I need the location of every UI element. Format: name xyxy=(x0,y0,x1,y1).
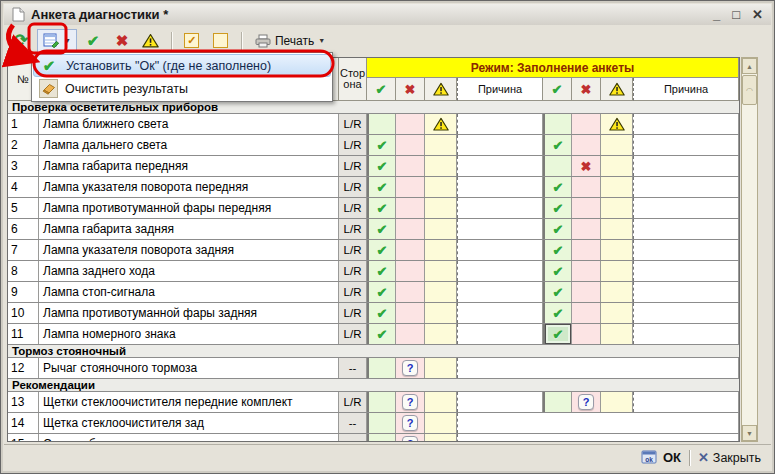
reason-cell[interactable] xyxy=(457,303,543,323)
status-cell-warn[interactable] xyxy=(425,114,457,134)
status-cell-ok[interactable]: ✔ xyxy=(367,324,396,344)
status-cell-fail[interactable] xyxy=(572,324,601,344)
status-cell-warn[interactable] xyxy=(601,156,633,176)
status-cell-ok[interactable] xyxy=(543,156,572,176)
status-cell-ok[interactable]: ✔ xyxy=(367,219,396,239)
status-cell-fail[interactable] xyxy=(396,177,425,197)
maximize-button[interactable]: □ xyxy=(732,8,740,22)
status-cell-warn[interactable] xyxy=(601,303,633,323)
status-cell-ok[interactable]: ✔ xyxy=(543,177,572,197)
reason-cell[interactable] xyxy=(633,198,739,218)
status-cell-ok[interactable]: ✔ xyxy=(543,135,572,155)
status-cell-fail[interactable] xyxy=(572,219,601,239)
status-cell-fail[interactable] xyxy=(396,156,425,176)
status-cell-warn[interactable] xyxy=(601,135,633,155)
status-cell-warn[interactable] xyxy=(601,261,633,281)
reason-cell[interactable] xyxy=(457,358,739,378)
minimize-button[interactable]: _ xyxy=(713,8,720,22)
status-cell-fail[interactable] xyxy=(396,114,425,134)
reason-cell[interactable] xyxy=(633,303,739,323)
status-cell-ok[interactable]: ✔ xyxy=(367,240,396,260)
status-cell-fail[interactable]: ? xyxy=(572,392,601,412)
status-cell-ok[interactable]: ✔ xyxy=(543,324,572,344)
status-cell-warn[interactable] xyxy=(425,434,457,442)
status-cell-fail[interactable] xyxy=(396,303,425,323)
status-cell-warn[interactable] xyxy=(601,282,633,302)
status-cell-fail[interactable] xyxy=(396,261,425,281)
status-cell-ok[interactable]: ✔ xyxy=(543,282,572,302)
status-cell-ok[interactable]: ✔ xyxy=(367,198,396,218)
status-cell-fail[interactable] xyxy=(396,324,425,344)
status-cell-warn[interactable] xyxy=(601,177,633,197)
status-cell-warn[interactable] xyxy=(425,177,457,197)
reason-cell[interactable] xyxy=(457,324,543,344)
status-cell-warn[interactable] xyxy=(425,358,457,378)
close-button[interactable]: ✕ xyxy=(752,8,763,22)
scroll-up-button[interactable]: ▲ xyxy=(742,58,757,74)
reason-cell[interactable] xyxy=(457,413,739,433)
menu-item-set-ok[interactable]: ✔ Установить "Ок" (где не заполнено) xyxy=(33,54,331,77)
reason-cell[interactable] xyxy=(457,156,543,176)
status-cell-warn[interactable] xyxy=(425,219,457,239)
reason-cell[interactable] xyxy=(633,261,739,281)
status-cell-ok[interactable] xyxy=(367,434,396,442)
status-cell-ok[interactable] xyxy=(543,392,572,412)
status-cell-ok[interactable]: ✔ xyxy=(367,156,396,176)
status-cell-warn[interactable] xyxy=(425,240,457,260)
status-cell-warn[interactable] xyxy=(601,219,633,239)
reason-cell[interactable] xyxy=(633,219,739,239)
status-cell-warn[interactable] xyxy=(425,156,457,176)
status-cell-fail[interactable] xyxy=(572,303,601,323)
close-window-button[interactable]: ✕ Закрыть xyxy=(698,450,761,465)
status-cell-warn[interactable] xyxy=(601,392,633,412)
status-cell-ok[interactable]: ✔ xyxy=(367,303,396,323)
status-cell-fail[interactable] xyxy=(396,240,425,260)
reason-cell[interactable] xyxy=(457,114,543,134)
status-cell-fail[interactable] xyxy=(396,219,425,239)
status-cell-warn[interactable] xyxy=(601,240,633,260)
status-cell-ok[interactable]: ✔ xyxy=(543,198,572,218)
reason-cell[interactable] xyxy=(457,177,543,197)
checkbox-checked-button[interactable]: ✓ xyxy=(179,29,205,53)
status-cell-warn[interactable] xyxy=(601,114,633,134)
reason-cell[interactable] xyxy=(457,240,543,260)
status-cell-warn[interactable] xyxy=(425,303,457,323)
status-cell-fail[interactable] xyxy=(396,198,425,218)
reason-cell[interactable] xyxy=(457,261,543,281)
status-cell-warn[interactable] xyxy=(425,282,457,302)
status-cell-ok[interactable]: ✔ xyxy=(543,240,572,260)
status-cell-ok[interactable]: ✔ xyxy=(543,303,572,323)
status-cell-ok[interactable] xyxy=(543,114,572,134)
status-cell-fail[interactable]: ? xyxy=(396,434,425,442)
reason-cell[interactable] xyxy=(457,135,543,155)
menu-item-clear-results[interactable]: Очистить результаты xyxy=(33,77,331,100)
reason-cell[interactable] xyxy=(457,282,543,302)
reason-cell[interactable] xyxy=(633,240,739,260)
status-cell-ok[interactable] xyxy=(367,392,396,412)
checkbox-empty-button[interactable] xyxy=(208,29,234,53)
status-cell-fail[interactable] xyxy=(572,198,601,218)
status-cell-warn[interactable] xyxy=(425,324,457,344)
status-cell-ok[interactable] xyxy=(367,114,396,134)
status-cell-fail[interactable] xyxy=(396,135,425,155)
status-cell-fail[interactable]: ? xyxy=(396,392,425,412)
ok-button[interactable]: ok ОК xyxy=(641,450,681,465)
reason-cell[interactable] xyxy=(633,282,739,302)
status-cell-fail[interactable] xyxy=(572,240,601,260)
status-cell-fail[interactable] xyxy=(572,114,601,134)
reason-cell[interactable] xyxy=(457,198,543,218)
reason-cell[interactable] xyxy=(633,392,739,412)
status-cell-ok[interactable]: ✔ xyxy=(367,135,396,155)
status-cell-fail[interactable] xyxy=(572,261,601,281)
status-cell-fail[interactable] xyxy=(572,282,601,302)
status-cell-warn[interactable] xyxy=(425,413,457,433)
status-cell-fail[interactable] xyxy=(572,177,601,197)
status-cell-fail[interactable]: ✖ xyxy=(572,156,601,176)
reason-cell[interactable] xyxy=(457,392,543,412)
status-cell-warn[interactable] xyxy=(425,261,457,281)
reason-cell[interactable] xyxy=(633,114,739,134)
refresh-button[interactable]: ⟳ xyxy=(8,29,34,53)
status-cell-fail[interactable]: ? xyxy=(396,413,425,433)
reason-cell[interactable] xyxy=(633,156,739,176)
reason-cell[interactable] xyxy=(633,324,739,344)
